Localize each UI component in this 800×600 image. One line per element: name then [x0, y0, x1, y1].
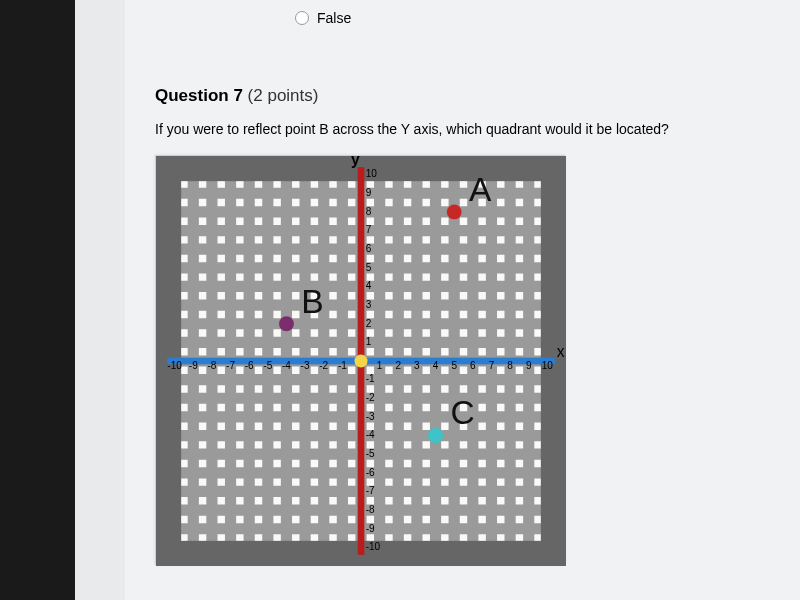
svg-text:9: 9 [366, 187, 372, 198]
svg-text:1: 1 [366, 336, 372, 347]
question-prompt: If you were to reflect point B across th… [155, 121, 770, 137]
svg-text:10: 10 [366, 168, 378, 179]
svg-point-45 [354, 354, 367, 367]
point-a [447, 204, 462, 219]
svg-text:5: 5 [366, 262, 372, 273]
svg-text:1: 1 [377, 360, 383, 371]
svg-text:2: 2 [366, 318, 372, 329]
left-light-sidebar [75, 0, 125, 600]
svg-text:-6: -6 [245, 360, 254, 371]
svg-text:6: 6 [366, 243, 372, 254]
svg-text:-8: -8 [366, 504, 375, 515]
svg-text:7: 7 [366, 224, 372, 235]
svg-text:8: 8 [366, 206, 372, 217]
point-label-a: A [469, 171, 492, 208]
svg-text:-3: -3 [366, 411, 375, 422]
prev-answer-option-false[interactable]: False [295, 10, 770, 26]
radio-icon[interactable] [295, 11, 309, 25]
svg-text:-3: -3 [301, 360, 310, 371]
point-c [428, 428, 443, 443]
svg-text:7: 7 [489, 360, 495, 371]
svg-text:-4: -4 [282, 360, 291, 371]
svg-text:-10: -10 [366, 541, 381, 552]
x-axis-label: x [557, 343, 565, 360]
svg-text:10: 10 [542, 360, 554, 371]
svg-text:-7: -7 [226, 360, 235, 371]
svg-text:-1: -1 [366, 373, 375, 384]
point-label-b: B [301, 283, 323, 320]
svg-text:-2: -2 [366, 392, 375, 403]
svg-text:-9: -9 [189, 360, 198, 371]
svg-text:2: 2 [395, 360, 401, 371]
svg-text:4: 4 [433, 360, 439, 371]
option-label: False [317, 10, 351, 26]
svg-text:-10: -10 [167, 360, 182, 371]
svg-text:3: 3 [414, 360, 420, 371]
svg-text:6: 6 [470, 360, 476, 371]
svg-text:-5: -5 [263, 360, 272, 371]
left-dark-sidebar [0, 0, 75, 600]
y-axis-label: y [351, 156, 360, 168]
svg-text:-8: -8 [207, 360, 216, 371]
svg-text:-9: -9 [366, 523, 375, 534]
svg-text:5: 5 [451, 360, 457, 371]
svg-text:4: 4 [366, 280, 372, 291]
question-content: False Question 7 (2 points) If you were … [125, 0, 800, 600]
question-heading: Question 7 (2 points) [155, 86, 770, 106]
svg-text:-7: -7 [366, 485, 375, 496]
svg-text:-5: -5 [366, 448, 375, 459]
svg-text:8: 8 [507, 360, 513, 371]
svg-text:-6: -6 [366, 467, 375, 478]
svg-text:-4: -4 [366, 429, 375, 440]
svg-text:-1: -1 [338, 360, 347, 371]
svg-text:3: 3 [366, 299, 372, 310]
coordinate-plane-chart: -10-9-8-7-6-5-4-3-2-112345678910-10-9-8-… [155, 155, 565, 565]
point-b [279, 316, 294, 331]
svg-text:-2: -2 [319, 360, 328, 371]
svg-text:9: 9 [526, 360, 532, 371]
point-label-c: C [450, 394, 474, 431]
